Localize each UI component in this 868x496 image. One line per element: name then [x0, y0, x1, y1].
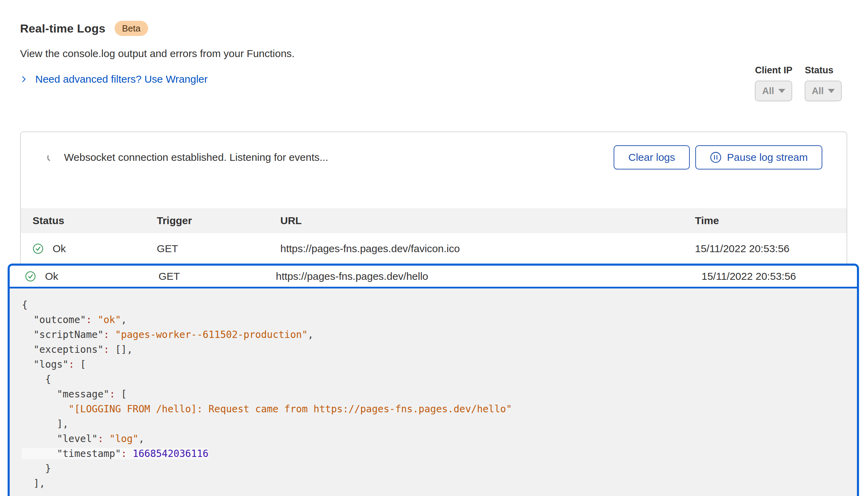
connection-status-text: Websocket connection established. Listen… [64, 151, 328, 163]
caret-down-icon [778, 89, 785, 93]
caret-down-icon [828, 89, 835, 93]
log-table-header: Status Trigger URL Time [21, 208, 847, 233]
check-circle-icon [33, 243, 44, 254]
pause-log-stream-label: Pause log stream [727, 151, 808, 163]
client-ip-label: Client IP [755, 65, 792, 76]
spinner-icon [47, 153, 56, 162]
client-ip-value: All [762, 86, 774, 97]
url-value: https://pages-fns.pages.dev/hello [276, 270, 702, 282]
time-value: 15/11/2022 20:53:56 [702, 270, 847, 282]
clear-logs-button[interactable]: Clear logs [614, 145, 689, 169]
page-title: Real-time Logs [20, 22, 106, 35]
pause-icon [710, 151, 722, 163]
advanced-filters-toggle[interactable]: Need advanced filters? Use Wrangler [20, 73, 295, 85]
beta-badge: Beta [115, 21, 148, 36]
log-table-row-expanded[interactable]: Ok GET https://pages-fns.pages.dev/hello… [10, 266, 857, 288]
column-header-status: Status [33, 215, 157, 227]
status-value: Ok [53, 243, 66, 255]
page-header: Real-time Logs Beta View the console.log… [20, 21, 295, 85]
trigger-value: GET [159, 270, 276, 282]
trigger-value: GET [157, 243, 280, 255]
column-header-url: URL [280, 215, 695, 227]
filters: Client IP All Status All [755, 65, 842, 101]
check-circle-icon [25, 271, 36, 282]
status-value: Ok [45, 270, 58, 282]
status-filter-label: Status [805, 65, 842, 76]
status-select[interactable]: All [805, 81, 842, 101]
time-value: 15/11/2022 20:53:56 [695, 243, 836, 255]
page-subtitle: View the console.log output and errors f… [20, 48, 295, 59]
connection-bar: Websocket connection established. Listen… [21, 132, 847, 182]
column-header-trigger: Trigger [157, 215, 280, 227]
status-filter-value: All [812, 86, 824, 97]
expanded-log-entry: Ok GET https://pages-fns.pages.dev/hello… [8, 264, 859, 496]
pause-log-stream-button[interactable]: Pause log stream [695, 145, 822, 169]
wrangler-link[interactable]: Need advanced filters? Use Wrangler [35, 73, 208, 85]
log-table-row[interactable]: Ok GET https://pages-fns.pages.dev/favic… [21, 233, 847, 264]
clear-logs-label: Clear logs [628, 151, 675, 163]
client-ip-select[interactable]: All [755, 81, 792, 101]
url-value: https://pages-fns.pages.dev/favicon.ico [280, 243, 695, 255]
chevron-right-icon [20, 75, 28, 83]
column-header-time: Time [695, 215, 836, 227]
log-json-output: { "outcome": "ok", "scriptName": "pages-… [10, 288, 857, 496]
